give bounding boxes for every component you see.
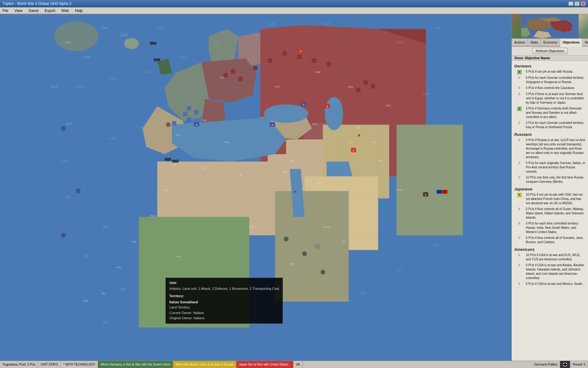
svg-text:Epr: Epr	[349, 140, 354, 144]
obj-done-ger-4: F	[514, 92, 525, 97]
vb-status3[interactable]: Japan Not at War with United States...	[236, 361, 293, 368]
svg-point-2	[124, 38, 139, 49]
svg-rect-111	[282, 51, 287, 55]
svg-text:z85: z85	[65, 195, 70, 199]
close-button[interactable]: ✕	[581, 2, 586, 6]
done-f-ger-4: F	[518, 92, 520, 97]
obj-done-jpn-4: F	[514, 236, 525, 240]
done-f-jpn-4: F	[518, 236, 520, 240]
done-f-jpn-3: F	[518, 222, 520, 226]
svg-text:Nfr: Nfr	[364, 214, 368, 217]
svg-text:Tam: Tam	[386, 104, 391, 107]
svg-text:Alg: Alg	[172, 163, 176, 166]
svg-rect-108	[238, 77, 243, 81]
maximize-button[interactable]: □	[575, 2, 579, 6]
svg-rect-107	[231, 69, 235, 74]
svg-text:z127: z127	[397, 40, 404, 44]
obj-done-jpn-2: F	[514, 207, 525, 212]
svg-text:★: ★	[293, 190, 297, 194]
svg-text:Egy: Egy	[282, 170, 288, 173]
svg-text:Cau: Cau	[371, 140, 376, 144]
svg-rect-153	[563, 364, 567, 365]
done-f-rus-2: F	[518, 161, 520, 166]
tab-stats[interactable]: Stats	[528, 39, 541, 46]
svg-text:2: 2	[425, 193, 426, 197]
svg-rect-102	[172, 121, 176, 125]
done-f-rus-1: F	[518, 138, 520, 143]
obj-text-jpn-1: 10 PUs if not yet at war with USA, has n…	[526, 193, 586, 205]
done-box-jpn-1: T	[517, 193, 522, 197]
obj-item-ger-3: F 5 PUs if Axis controls the Caucasus.	[513, 85, 587, 91]
done-f-rus-3: F	[518, 176, 520, 180]
obj-text-ger-3: 5 PUs if Axis controls the Caucasus.	[526, 86, 586, 90]
svg-text:Turk: Turk	[312, 122, 318, 125]
tooltip-territory-name: Italian Somaliland	[169, 300, 279, 305]
done-f-ger-6: F	[518, 121, 520, 125]
svg-text:8: 8	[196, 123, 197, 126]
svg-point-121	[166, 122, 170, 127]
menu-web[interactable]: Web	[60, 8, 70, 13]
svg-rect-109	[253, 66, 257, 70]
menu-export[interactable]: Export	[43, 8, 57, 13]
main-content: Aba Grn z122 z123 z121 z118 Ger Pol Balt…	[0, 14, 588, 361]
svg-rect-142	[153, 58, 160, 61]
svg-rect-113	[312, 58, 316, 63]
tab-bar: Actions Stats Economy Objectives Notes T…	[512, 39, 588, 47]
menu-view[interactable]: View	[13, 8, 24, 13]
obj-text-usa-2: 5 PUs if USA is at war and Alaska, Aleut…	[526, 263, 586, 280]
tooltip-original-owner: Original Owner: Italians	[169, 316, 279, 321]
tab-notes[interactable]: Notes	[582, 39, 588, 46]
obj-item-ger-1: T 5 PUs if not yet at war with Russia.	[513, 69, 587, 75]
title-bar-controls: _ □ ✕	[568, 2, 586, 6]
svg-text:z78: z78	[360, 291, 365, 295]
svg-point-12	[264, 105, 308, 123]
svg-text:Bri: Bri	[102, 292, 106, 295]
obj-item-jpn-4: F 5 PUs if Axis controls all of Sumatra,…	[513, 235, 587, 245]
svg-point-118	[61, 126, 66, 130]
german-cross-icon	[563, 362, 567, 367]
svg-text:Balt: Balt	[315, 70, 321, 74]
objectives-panel[interactable]: Germans T 5 PUs if not yet at war with R…	[512, 61, 588, 361]
svg-text:Wnd: Wnd	[397, 188, 403, 192]
vb-german-cross	[560, 361, 570, 368]
svg-text:Pro: Pro	[117, 266, 121, 269]
done-f-usa-3: F	[518, 282, 520, 286]
obj-item-jpn-2: F 5 PUs if Axis controls all of Guam, Mi…	[513, 206, 587, 221]
svg-rect-106	[224, 73, 228, 77]
col-done-header: Done	[513, 56, 525, 60]
obj-item-rus-3: F 10 PUs one time only, the first time R…	[513, 175, 587, 185]
tab-actions[interactable]: Actions	[512, 39, 528, 46]
svg-rect-104	[194, 110, 198, 114]
svg-rect-8	[397, 125, 463, 236]
svg-text:z75: z75	[441, 195, 446, 199]
map-area[interactable]: Aba Grn z122 z123 z121 z118 Ger Pol Balt…	[0, 14, 511, 361]
svg-text:z102: z102	[109, 136, 116, 140]
svg-rect-143	[150, 42, 156, 45]
tooltip-territory-title: Territory:	[169, 293, 279, 299]
vb-unit-stats: UNIT STATS	[38, 361, 61, 368]
menu-file[interactable]: File	[1, 8, 9, 13]
group-title-russians: Russians	[513, 130, 587, 137]
svg-text:Aba: Aba	[65, 40, 71, 44]
done-f-ger-3: F	[518, 86, 520, 90]
minimize-button[interactable]: _	[568, 2, 573, 6]
obj-done-ger-6: F	[514, 121, 525, 125]
done-f-usa-1: F	[518, 253, 520, 258]
svg-rect-116	[364, 80, 368, 85]
obj-text-rus-1: 5 PUs if Russia is at war, sz125 has no …	[526, 138, 586, 159]
svg-text:3: 3	[303, 103, 304, 106]
svg-text:Tun: Tun	[202, 166, 206, 170]
obj-done-usa-1: F	[514, 253, 525, 258]
menu-game[interactable]: Game	[27, 8, 40, 13]
svg-text:z101: z101	[62, 159, 69, 162]
svg-rect-146	[437, 190, 442, 194]
vb-status2[interactable]: When the Soviet Union Is at War in Europ…	[173, 361, 236, 368]
vb-status1[interactable]: When Germany Is Not at War with the Sovi…	[98, 361, 173, 368]
tab-objectives[interactable]: Objectives	[560, 39, 582, 47]
obj-text-ger-2: 5 PUs for each German controlled territo…	[526, 76, 586, 84]
tab-economy[interactable]: Economy	[541, 39, 560, 46]
done-box-ger-1: T	[517, 70, 522, 74]
minimap[interactable]	[512, 14, 588, 39]
menu-help[interactable]: Help	[74, 8, 84, 13]
refresh-objectives-button[interactable]: Refresh Objectives	[532, 48, 567, 54]
